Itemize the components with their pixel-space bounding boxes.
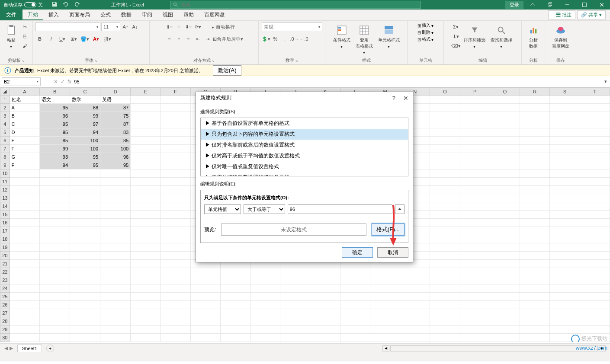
cell[interactable] xyxy=(70,326,100,334)
cell[interactable] xyxy=(10,252,40,260)
cell[interactable]: 数学 xyxy=(70,96,100,104)
cell[interactable] xyxy=(490,301,520,309)
cell[interactable] xyxy=(520,211,550,219)
cell[interactable] xyxy=(131,112,161,120)
cell[interactable] xyxy=(520,301,550,309)
cell[interactable] xyxy=(40,169,70,178)
cell[interactable] xyxy=(460,112,490,120)
share-button[interactable]: 🔗 共享 ▾ xyxy=(577,10,606,19)
cell[interactable] xyxy=(190,326,220,334)
paste-button[interactable]: 粘贴▾ xyxy=(3,22,19,51)
cell[interactable] xyxy=(520,194,550,202)
cell[interactable] xyxy=(10,202,40,211)
row-header[interactable]: 21 xyxy=(0,260,10,268)
cell[interactable]: A xyxy=(10,104,40,112)
cell[interactable] xyxy=(370,334,400,342)
row-header[interactable]: 25 xyxy=(0,293,10,301)
cell[interactable] xyxy=(490,309,520,317)
cell[interactable] xyxy=(161,334,190,342)
cell[interactable] xyxy=(490,211,520,219)
cell[interactable]: 88 xyxy=(70,104,100,112)
cell[interactable] xyxy=(580,301,610,309)
cell[interactable] xyxy=(100,284,131,293)
cell[interactable] xyxy=(220,284,250,293)
cell[interactable] xyxy=(161,260,190,268)
cell[interactable] xyxy=(400,293,430,301)
cell[interactable] xyxy=(280,293,310,301)
cell[interactable] xyxy=(580,145,610,153)
cell[interactable]: 100 xyxy=(70,145,100,153)
cell[interactable] xyxy=(161,227,190,235)
cell[interactable] xyxy=(40,243,70,252)
cell[interactable] xyxy=(161,276,190,284)
cell[interactable] xyxy=(40,284,70,293)
rule-type-item[interactable]: ▶ 仅对排名靠前或靠后的数值设置格式 xyxy=(201,140,408,150)
cell[interactable] xyxy=(131,145,161,153)
cell[interactable] xyxy=(490,202,520,211)
tab-帮助[interactable]: 帮助 xyxy=(178,10,199,20)
cell[interactable] xyxy=(520,145,550,153)
cell[interactable] xyxy=(460,194,490,202)
cell[interactable] xyxy=(70,268,100,276)
cell[interactable] xyxy=(280,326,310,334)
row-header[interactable]: 24 xyxy=(0,284,10,293)
cell[interactable]: B xyxy=(10,112,40,120)
cell[interactable] xyxy=(131,202,161,211)
rule-type-list[interactable]: ▶ 基于各自值设置所有单元格的格式▶ 只为包含以下内容的单元格设置格式▶ 仅对排… xyxy=(200,118,408,176)
cell[interactable] xyxy=(310,276,340,284)
cell[interactable] xyxy=(131,309,161,317)
decrease-font-icon[interactable]: A↓ xyxy=(131,22,139,31)
cell[interactable] xyxy=(550,169,580,178)
cell[interactable]: 99 xyxy=(70,112,100,120)
cell[interactable] xyxy=(161,194,190,202)
col-header[interactable]: O xyxy=(430,88,460,96)
cell[interactable] xyxy=(460,219,490,227)
cell[interactable] xyxy=(10,268,40,276)
cell[interactable]: 94 xyxy=(40,161,70,169)
row-header[interactable]: 10 xyxy=(0,169,10,178)
font-color-icon[interactable]: A▾ xyxy=(92,35,100,43)
cell[interactable] xyxy=(460,284,490,293)
cell[interactable] xyxy=(490,235,520,243)
bold-icon[interactable]: B xyxy=(35,35,44,43)
cell[interactable] xyxy=(460,301,490,309)
cell[interactable] xyxy=(131,96,161,104)
cell[interactable] xyxy=(460,178,490,186)
fill-icon[interactable]: ⬇▾ xyxy=(452,32,460,41)
cell[interactable] xyxy=(430,194,460,202)
cell[interactable] xyxy=(10,227,40,235)
cell[interactable] xyxy=(490,334,520,342)
cell[interactable] xyxy=(100,186,131,194)
cell[interactable] xyxy=(430,334,460,342)
cell[interactable] xyxy=(70,219,100,227)
cell[interactable]: 99 xyxy=(40,145,70,153)
cell[interactable] xyxy=(490,137,520,145)
cell[interactable] xyxy=(40,276,70,284)
cell[interactable] xyxy=(340,293,370,301)
row-header[interactable]: 18 xyxy=(0,235,10,243)
cell[interactable] xyxy=(131,227,161,235)
cut-icon[interactable]: ✂ xyxy=(21,22,29,31)
cell[interactable] xyxy=(220,334,250,342)
cell[interactable] xyxy=(520,169,550,178)
cell[interactable] xyxy=(190,317,220,326)
cell[interactable] xyxy=(340,268,370,276)
cell[interactable] xyxy=(100,243,131,252)
cell[interactable] xyxy=(430,243,460,252)
cell[interactable]: 95 xyxy=(40,128,70,137)
cell[interactable] xyxy=(460,128,490,137)
cell[interactable] xyxy=(460,104,490,112)
cell[interactable] xyxy=(161,104,190,112)
cell[interactable] xyxy=(550,211,580,219)
cell[interactable] xyxy=(40,186,70,194)
cell[interactable] xyxy=(161,128,190,137)
align-top-icon[interactable]: ⬆≡ xyxy=(165,22,174,31)
col-header[interactable]: F xyxy=(161,88,190,96)
row-header[interactable]: 2 xyxy=(0,104,10,112)
cell[interactable] xyxy=(100,235,131,243)
cell[interactable] xyxy=(70,202,100,211)
cell[interactable] xyxy=(460,120,490,128)
cell[interactable] xyxy=(340,301,370,309)
cell[interactable] xyxy=(490,293,520,301)
cell[interactable] xyxy=(161,252,190,260)
